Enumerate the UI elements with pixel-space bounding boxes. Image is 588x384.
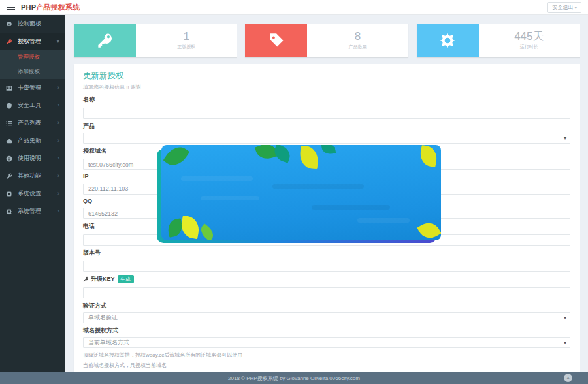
sidebar-item-card-management[interactable]: 卡密管理 › bbox=[0, 79, 65, 97]
key-icon bbox=[83, 276, 89, 282]
sidebar-item-label: 产品更新 bbox=[18, 136, 41, 145]
field-label-version: 版本号 bbox=[83, 249, 570, 257]
leaf-icon bbox=[321, 145, 336, 155]
stat-label: 正版授权 bbox=[177, 44, 195, 50]
name-input[interactable] bbox=[83, 108, 570, 119]
back-to-top-button[interactable]: × bbox=[564, 374, 572, 382]
chevron-icon: › bbox=[57, 138, 59, 144]
auth-submenu: 管理授权 添加授权 bbox=[0, 50, 65, 79]
chevron-icon: › bbox=[57, 208, 59, 214]
field-label-upgrade-key: 升级KEY 生成 bbox=[83, 275, 570, 283]
sidebar-item-security-tools[interactable]: 安全工具 › bbox=[0, 97, 65, 114]
leaf-icon bbox=[167, 218, 184, 237]
footer-text: 2018 © PHP授权系统 by Giovanne Oliveira 0766… bbox=[228, 375, 360, 382]
sidebar-item-product-update[interactable]: 产品更新 › bbox=[0, 132, 65, 150]
sidebar-item-label: 安全工具 bbox=[18, 101, 41, 110]
form-title: 更新新授权 bbox=[83, 71, 570, 82]
hamburger-menu-icon[interactable] bbox=[7, 5, 15, 10]
sidebar-item-system-management[interactable]: 系统管理 › bbox=[0, 202, 65, 220]
stat-value: 445天 bbox=[514, 31, 544, 42]
version-input[interactable] bbox=[83, 261, 570, 272]
info-icon bbox=[6, 155, 14, 162]
app-title-suffix: 产品授权系统 bbox=[36, 3, 80, 11]
chevron-icon: › bbox=[57, 155, 59, 161]
banner-texture bbox=[201, 196, 259, 200]
logout-button[interactable]: 安全退出▾ bbox=[547, 2, 581, 13]
chevron-icon: › bbox=[57, 85, 59, 91]
leaf-icon bbox=[299, 146, 319, 169]
sidebar-item-system-settings[interactable]: 系统设置 › bbox=[0, 185, 65, 202]
generate-key-button[interactable]: 生成 bbox=[118, 275, 134, 283]
verify-method-select[interactable]: 单域名验证 ▾ bbox=[83, 312, 570, 323]
leaf-icon bbox=[417, 219, 441, 240]
key-icon bbox=[6, 39, 14, 45]
help-text-line1: 顶级泛域名授权举措，授权woay.cc后该域名所有的泛域名都可以使用 bbox=[83, 351, 570, 359]
leaf-icon bbox=[198, 223, 217, 240]
sidebar-item-usage-guide[interactable]: 使用说明 › bbox=[0, 150, 65, 167]
form-subtitle: 填写您的授权信息 !! 谢谢 bbox=[83, 84, 570, 91]
sidebar-item-auth-management[interactable]: 授权管理 ▾ bbox=[0, 33, 65, 50]
caret-down-icon: ▾ bbox=[564, 340, 566, 345]
shield-icon bbox=[6, 103, 14, 109]
field-label-domain-auth-method: 域名授权方式 bbox=[83, 327, 570, 335]
sidebar-item-label: 卡密管理 bbox=[18, 84, 41, 92]
product-select[interactable]: ▾ bbox=[83, 133, 570, 144]
chevron-icon: › bbox=[57, 173, 59, 179]
gear-icon bbox=[6, 208, 14, 215]
gears-icon bbox=[417, 24, 479, 57]
table-icon bbox=[6, 85, 14, 91]
stat-label: 运行时长 bbox=[520, 44, 538, 50]
banner-texture bbox=[357, 218, 410, 223]
field-label-product: 产品 bbox=[83, 122, 570, 131]
help-text-line2: 当前域名授权方式，只授权当前域名 bbox=[83, 362, 570, 369]
stat-cards-row: 1 正版授权 8 产品数量 445天 运行时长 bbox=[74, 24, 580, 57]
sidebar-subitem-add-auth[interactable]: 添加授权 bbox=[0, 65, 65, 79]
leaf-icon bbox=[179, 216, 201, 239]
key-icon bbox=[74, 24, 136, 57]
list-icon bbox=[6, 120, 14, 127]
leaf-icon bbox=[163, 145, 190, 170]
banner-texture bbox=[181, 176, 253, 181]
sidebar: 控制面板 授权管理 ▾ 管理授权 添加授权 卡密管理 › 安全工具 › 产品列表… bbox=[0, 15, 65, 372]
upgrade-key-input[interactable] bbox=[83, 287, 570, 298]
logout-label: 安全退出 bbox=[552, 5, 573, 10]
upgrade-key-label: 升级KEY bbox=[91, 275, 115, 283]
decorative-leaf-banner bbox=[161, 145, 441, 240]
field-label-name: 名称 bbox=[83, 95, 570, 104]
caret-down-icon: ▾ bbox=[564, 135, 566, 141]
sidebar-item-label: 其他功能 bbox=[18, 172, 41, 180]
footer: 2018 © PHP授权系统 by Giovanne Oliveira 0766… bbox=[0, 372, 588, 384]
domain-auth-method-select[interactable]: 当前单域名方式 ▾ bbox=[83, 337, 570, 348]
sidebar-item-label: 产品列表 bbox=[18, 119, 41, 127]
stat-value: 1 bbox=[183, 31, 189, 42]
stat-value: 8 bbox=[355, 31, 361, 42]
sidebar-subitem-manage-auth[interactable]: 管理授权 bbox=[0, 50, 65, 65]
stat-card-authorizations: 1 正版授权 bbox=[74, 24, 237, 57]
banner-texture bbox=[312, 205, 390, 210]
sidebar-item-label: 控制面板 bbox=[18, 20, 41, 28]
stat-card-products: 8 产品数量 bbox=[245, 24, 408, 57]
sidebar-item-product-list[interactable]: 产品列表 › bbox=[0, 114, 65, 132]
close-icon: × bbox=[566, 375, 570, 381]
stat-label: 产品数量 bbox=[348, 44, 367, 50]
sidebar-item-other-functions[interactable]: 其他功能 › bbox=[0, 167, 65, 185]
wrench-icon bbox=[6, 173, 14, 180]
caret-down-icon: ▾ bbox=[564, 315, 566, 321]
stat-card-uptime: 445天 运行时长 bbox=[417, 24, 580, 57]
sidebar-item-label: 授权管理 bbox=[18, 37, 41, 46]
tag-icon bbox=[245, 24, 307, 57]
cloud-icon bbox=[6, 138, 14, 144]
dashboard-icon bbox=[6, 21, 14, 27]
caret-down-icon: ▾ bbox=[574, 5, 577, 10]
sidebar-item-label: 系统设置 bbox=[18, 189, 41, 198]
sidebar-item-label: 使用说明 bbox=[18, 154, 41, 163]
app-title: PHP产品授权系统 bbox=[21, 3, 80, 12]
sidebar-item-dashboard[interactable]: 控制面板 bbox=[0, 15, 65, 33]
gears-icon bbox=[6, 191, 14, 197]
sidebar-item-label: 系统管理 bbox=[18, 207, 41, 216]
chevron-icon: › bbox=[57, 191, 59, 197]
select-value: 单域名验证 bbox=[88, 313, 118, 322]
caret-down-icon: ▾ bbox=[56, 39, 59, 44]
banner-texture bbox=[272, 184, 364, 189]
app-title-prefix: PHP bbox=[21, 3, 36, 11]
